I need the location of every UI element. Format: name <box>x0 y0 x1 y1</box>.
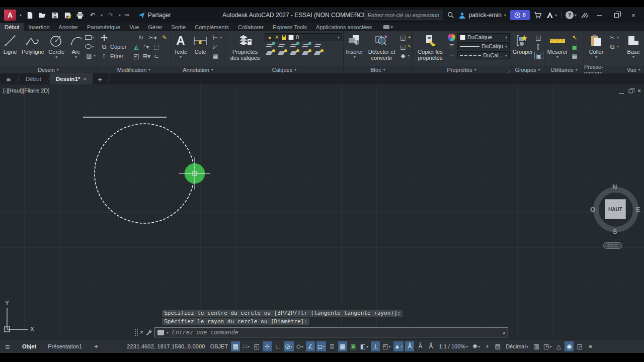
copy-clip-button[interactable]: ⧉▾ <box>608 43 619 50</box>
annotation-scale-lock-toggle[interactable]: ◰▾ <box>381 341 391 351</box>
rotate-icon[interactable]: ↻ <box>137 34 144 41</box>
layer-match-icon[interactable] <box>315 43 323 49</box>
select-all-button[interactable]: ▣ <box>571 43 579 50</box>
autoscale-annotations-toggle[interactable]: Å <box>405 341 414 351</box>
cut-button[interactable]: ✂▾ <box>608 34 619 41</box>
transparency-toggle[interactable]: ▩ <box>338 341 347 351</box>
offset-icon[interactable]: ⊂ <box>152 52 160 60</box>
viewcube-west[interactable]: O <box>590 206 595 213</box>
statusbar-menu-icon[interactable]: ≡ <box>0 342 15 351</box>
plot-button[interactable] <box>75 11 85 20</box>
lock-ui-toggle[interactable]: ◳▾ <box>542 341 552 351</box>
object-snap-3d-toggle[interactable]: ◧▾ <box>359 341 369 351</box>
plan-view-toggle[interactable]: + <box>482 341 492 351</box>
file-tab-dessin1[interactable]: Dessin1* × <box>50 73 93 84</box>
save-button[interactable] <box>50 11 59 20</box>
erase-icon[interactable]: ✎ <box>161 34 169 41</box>
move-icon[interactable] <box>100 34 108 41</box>
autodesk-apps-button[interactable]: ▾ <box>546 12 557 19</box>
lineweight-display-toggle[interactable]: ≣ <box>328 341 337 351</box>
command-input-wrap[interactable]: ▾ ▴ <box>154 327 508 337</box>
panel-label-proprietes[interactable]: Propriétés <box>413 66 511 73</box>
annotation-monitor-toggle[interactable]: ▤ <box>493 341 502 351</box>
command-expand-icon[interactable]: ▴ <box>503 330 505 335</box>
layer-lock-icon[interactable] <box>303 43 310 49</box>
paste-button[interactable]: Coller ▾ <box>585 33 607 60</box>
calculator-button[interactable]: ▦ <box>571 52 579 59</box>
annotation-visibility-toggle[interactable]: Å <box>416 341 425 351</box>
model-tab[interactable]: Objet <box>18 340 41 353</box>
mirror-icon[interactable]: ◭ <box>132 43 140 50</box>
units-toggle[interactable]: Décimal▾ <box>504 341 530 351</box>
quick-properties-toggle[interactable]: ▥ <box>532 341 541 351</box>
command-close-icon[interactable]: × <box>140 329 143 336</box>
insert-block-button[interactable]: Insérer ▾ <box>345 33 364 60</box>
base-view-button[interactable]: Base ▾ <box>624 33 642 60</box>
fillet-icon[interactable]: ◜▾ <box>142 43 150 50</box>
command-recent-caret-icon[interactable]: ▾ <box>167 330 169 335</box>
panel-label-groupes[interactable]: Groupes <box>511 66 544 73</box>
new-drawing-tab-button[interactable]: + <box>93 73 108 84</box>
annotation-tools-toggle[interactable]: ▲▾ <box>393 341 404 351</box>
stretch-icon[interactable]: ⎍ <box>100 52 108 60</box>
ribbon-tab-param-trique[interactable]: Paramétrique <box>83 23 125 31</box>
app-menu-button[interactable]: A <box>4 10 16 21</box>
layer-unlock2-icon[interactable] <box>303 50 310 56</box>
workspace-switching-toggle[interactable]: ✱▾ <box>471 341 481 351</box>
quick-select-button[interactable]: ↖ <box>571 34 579 41</box>
layer-properties-button[interactable]: Propriétés des calques <box>226 33 264 61</box>
viewcube-east[interactable]: E <box>636 206 640 213</box>
command-customize-wrench-icon[interactable] <box>145 329 152 336</box>
search-icon[interactable] <box>447 12 454 19</box>
viewcube-north[interactable]: N <box>612 183 617 191</box>
ungroup-button[interactable]: ◲ <box>534 34 543 41</box>
search-input[interactable] <box>364 11 443 20</box>
minimize-button[interactable] <box>593 10 606 20</box>
ucs-badge[interactable]: SCG <box>603 242 622 249</box>
viewcube-south[interactable]: S <box>613 228 617 235</box>
ribbon-tab-compl-ments[interactable]: Compléments <box>190 23 233 31</box>
panel-label-calques[interactable]: Calques <box>225 66 343 73</box>
line-button[interactable]: Ligne <box>1 33 19 56</box>
ribbon-tab-sortie[interactable]: Sortie <box>167 23 190 31</box>
selection-cycling-toggle[interactable]: ▣ <box>349 341 358 351</box>
clean-screen-toggle[interactable]: ◲ <box>575 341 584 351</box>
group-edit-button[interactable]: ⟦ <box>534 43 543 50</box>
panel-label-annotation[interactable]: Annotation <box>171 66 225 73</box>
new-layout-button[interactable]: + <box>89 342 103 350</box>
command-drag-handle[interactable] <box>134 329 138 336</box>
leader-tool-button[interactable]: ⊢▾ <box>211 34 222 41</box>
viewcube-top-face[interactable]: HAUT <box>605 199 626 219</box>
properties-panel-launcher-icon[interactable]: ⌟ <box>508 68 510 73</box>
layer-copy-icon[interactable] <box>279 50 286 56</box>
share-button[interactable]: Partager <box>138 12 171 19</box>
infer-constraints-toggle[interactable]: ◱ <box>252 341 261 351</box>
isometric-drafting-toggle[interactable]: ◇▾ <box>295 341 304 351</box>
space-indicator[interactable]: OBJET <box>210 343 228 349</box>
ribbon-tab-g-rer[interactable]: Gérer <box>143 23 167 31</box>
layer-state-icon[interactable] <box>315 50 323 56</box>
app-menu-caret-icon[interactable]: ▾ <box>20 13 22 18</box>
snap-mode-toggle[interactable]: ∷▾ <box>242 341 251 351</box>
copy-icon[interactable]: ⧉ <box>100 43 108 50</box>
ribbon-display-toggle[interactable]: ▾ <box>383 23 393 31</box>
help-button[interactable]: ? ▾ <box>566 11 577 19</box>
user-account-button[interactable]: patrick-emin ▾ <box>458 12 506 19</box>
customization-toggle[interactable]: ≡ <box>586 341 595 351</box>
ribbon-tab-vue[interactable]: Vue <box>125 23 143 31</box>
group-selection-toggle[interactable]: ▣ <box>534 52 543 59</box>
restore-button[interactable] <box>610 10 623 20</box>
group-button[interactable]: Grouper <box>512 33 533 56</box>
ellipse-tool-button[interactable]: ▾ <box>85 43 96 50</box>
layer-unisolate-icon[interactable] <box>279 43 286 49</box>
block-create-button[interactable]: ◱✦ <box>399 34 411 41</box>
dimension-button[interactable]: Cote <box>190 33 210 56</box>
ribbon-tab-annoter[interactable]: Annoter <box>54 23 83 31</box>
table-tool-button[interactable]: ▦ <box>211 52 222 59</box>
linetype-dropdown[interactable]: DuCal... <box>457 51 510 59</box>
block-edit-button[interactable]: ◱✎ <box>399 43 411 50</box>
ortho-mode-toggle[interactable]: ∟ <box>273 341 282 351</box>
polar-tracking-toggle[interactable]: ◶▾ <box>284 341 294 351</box>
command-recent-icon[interactable] <box>157 330 164 335</box>
dynamic-ucs-toggle[interactable]: ⊥ <box>371 341 380 351</box>
